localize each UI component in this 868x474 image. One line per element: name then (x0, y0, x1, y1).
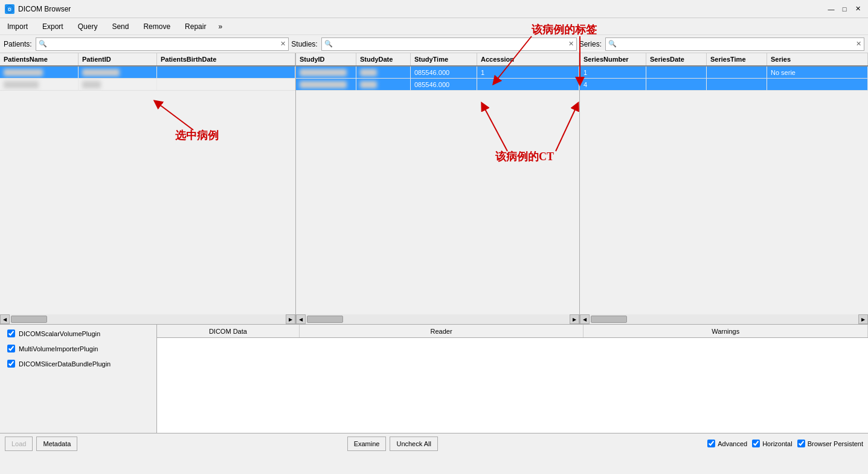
footer-right: Advanced Horizontal Browser Persistent (707, 440, 863, 447)
examine-button[interactable]: Examine (347, 437, 387, 451)
menu-send[interactable]: Send (109, 21, 131, 32)
plugin-label-1: DICOMScalarVolumePlugin (19, 330, 100, 337)
studies-scroll-thumb[interactable] (307, 316, 343, 323)
close-button[interactable]: ✕ (852, 4, 863, 15)
studies-col-studyid[interactable]: StudyID (296, 53, 356, 65)
patients-scroll-track[interactable] (10, 314, 286, 324)
studies-cell-acc-2 (477, 79, 579, 90)
advanced-label: Advanced (718, 440, 747, 447)
series-cell-num-2: 4 (580, 79, 646, 90)
studies-col-studytime[interactable]: StudyTime (411, 53, 477, 65)
studies-col-studydate[interactable]: StudyDate (356, 53, 411, 65)
series-col-time[interactable]: SeriesTime (707, 53, 767, 65)
advanced-checkbox-label[interactable]: Advanced (707, 440, 747, 447)
studies-scroll-left[interactable]: ◀ (296, 314, 306, 324)
studies-label: Studies: (291, 40, 317, 48)
browser-persistent-checkbox-label[interactable]: Browser Persistent (797, 440, 863, 447)
footer-center: Examine Uncheck All (81, 437, 704, 451)
window-controls[interactable]: — □ ✕ (826, 4, 863, 15)
metadata-button[interactable]: Metadata (36, 437, 77, 451)
menu-more[interactable]: » (218, 22, 222, 31)
plugins-panel: DICOMScalarVolumePlugin MultiVolumeImpor… (0, 325, 157, 433)
series-row-1[interactable]: 1 No serie (580, 67, 868, 79)
advanced-checkbox[interactable] (707, 440, 715, 447)
browser-persistent-checkbox[interactable] (797, 440, 805, 447)
menu-export[interactable]: Export (40, 21, 66, 32)
series-search-wrap[interactable]: 🔍 ✕ (605, 37, 864, 51)
studies-scroll-track[interactable] (306, 314, 570, 324)
plugin-row-2: MultiVolumeImporterPlugin (7, 345, 149, 352)
series-scroll-track[interactable] (590, 314, 858, 324)
uncheck-all-button[interactable]: Uncheck All (390, 437, 437, 451)
patients-row-2[interactable]: ███ ████ ████ (0, 79, 295, 91)
series-cell-time-2 (707, 79, 767, 90)
minimize-button[interactable]: — (826, 4, 837, 15)
menu-repair[interactable]: Repair (182, 21, 208, 32)
app-icon: D (5, 4, 14, 14)
series-scroll-left[interactable]: ◀ (580, 314, 590, 324)
series-scrollbar[interactable]: ◀ ▶ (580, 314, 868, 324)
studies-scroll-right[interactable]: ▶ (570, 314, 579, 324)
studies-col-accession[interactable]: Accession (477, 53, 579, 65)
series-cell-date-1 (646, 67, 707, 78)
patients-col-dob[interactable]: PatientsBirthDate (157, 53, 295, 65)
series-col-number[interactable]: SeriesNumber (580, 53, 646, 65)
patients-col-name[interactable]: PatientsName (0, 53, 79, 65)
plugin-row-1: DICOMScalarVolumePlugin (7, 330, 149, 337)
patients-table-body: ████ ████ ████████ ███ ████ ████ (0, 67, 295, 314)
dicom-col-warnings: Warnings (583, 325, 868, 337)
patients-scroll-right[interactable]: ▶ (286, 314, 295, 324)
dicom-col-reader: Reader (300, 325, 584, 337)
patients-scrollbar[interactable]: ◀ ▶ (0, 314, 295, 324)
series-scroll-thumb[interactable] (591, 316, 627, 323)
horizontal-checkbox[interactable] (752, 440, 760, 447)
browser-persistent-label: Browser Persistent (808, 440, 863, 447)
patients-col-id[interactable]: PatientID (79, 53, 157, 65)
series-search-clear[interactable]: ✕ (856, 40, 861, 48)
horizontal-checkbox-label[interactable]: Horizontal (752, 440, 792, 447)
patients-cell-dob-2 (157, 79, 295, 90)
patients-scroll-left[interactable]: ◀ (0, 314, 10, 324)
patients-search-input[interactable] (48, 41, 281, 48)
studies-search-wrap[interactable]: 🔍 ✕ (321, 37, 577, 51)
title-bar: D DICOM Browser — □ ✕ (0, 0, 868, 18)
studies-search-icon: 🔍 (324, 40, 333, 48)
maximize-button[interactable]: □ (839, 4, 850, 15)
patients-search-wrap[interactable]: 🔍 ✕ (36, 37, 289, 51)
footer: Load Metadata Examine Uncheck All Advanc… (0, 433, 868, 453)
studies-scrollbar[interactable]: ◀ ▶ (296, 314, 579, 324)
menu-remove[interactable]: Remove (141, 21, 173, 32)
patients-scroll-thumb[interactable] (11, 316, 47, 323)
series-col-date[interactable]: SeriesDate (646, 53, 707, 65)
patients-search-section: Patients: 🔍 ✕ (4, 37, 289, 51)
bottom-area: DICOMScalarVolumePlugin MultiVolumeImpor… (0, 324, 868, 433)
studies-cell-id-1: ██████████ (296, 67, 356, 78)
patients-search-clear[interactable]: ✕ (280, 40, 286, 48)
plugin-check-3[interactable] (7, 360, 15, 368)
window-title: DICOM Browser (18, 5, 826, 13)
series-col-desc[interactable]: Series (767, 53, 868, 65)
menu-import[interactable]: Import (5, 21, 30, 32)
series-search-input[interactable] (618, 41, 856, 48)
patients-row-1[interactable]: ████ ████ ████████ (0, 67, 295, 79)
dicom-table-area: DICOM Data Reader Warnings (157, 325, 868, 433)
series-scroll-right[interactable]: ▶ (858, 314, 868, 324)
plugin-check-2[interactable] (7, 345, 15, 352)
studies-search-input[interactable] (334, 41, 568, 48)
studies-cell-date-1: 20██ (356, 67, 411, 78)
series-row-2[interactable]: 4 (580, 79, 868, 91)
dicom-table-body (157, 338, 868, 433)
series-table-body: 1 No serie 4 (580, 67, 868, 314)
plugin-check-1[interactable] (7, 330, 15, 337)
plugin-label-2: MultiVolumeImporterPlugin (19, 345, 98, 352)
studies-cell-time-1: 085546.000 (411, 67, 477, 78)
studies-row-1[interactable]: ██████████ 20██ 085546.000 1 (296, 67, 579, 79)
studies-row-2[interactable]: ██████████ 20██ 085546.000 (296, 79, 579, 91)
studies-search-clear[interactable]: ✕ (568, 40, 574, 48)
load-button[interactable]: Load (5, 437, 33, 451)
patients-label: Patients: (4, 40, 32, 48)
svg-text:D: D (8, 7, 11, 11)
patients-cell-id-1: ████████ (79, 67, 157, 78)
dicom-col-data: DICOM Data (157, 325, 300, 337)
menu-query[interactable]: Query (76, 21, 100, 32)
